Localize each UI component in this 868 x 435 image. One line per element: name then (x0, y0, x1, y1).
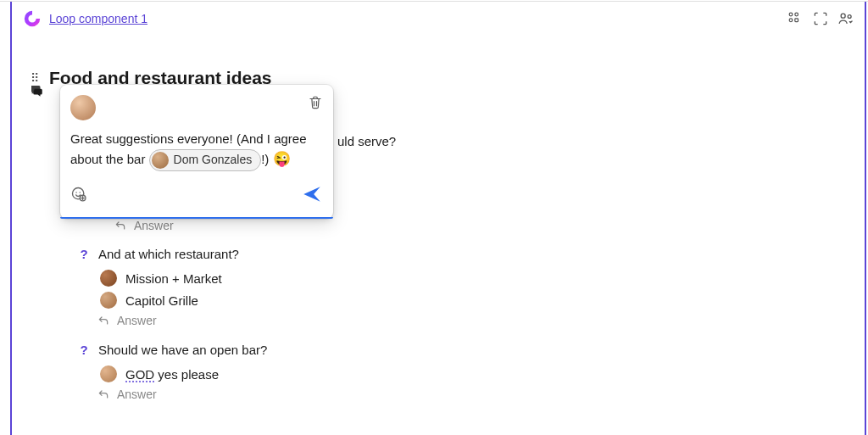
svg-rect-3 (795, 19, 798, 22)
avatar (100, 292, 117, 309)
svg-point-0 (789, 13, 793, 16)
comment-body[interactable]: Great suggestions everyone! (And I agree… (70, 129, 323, 171)
avatar (100, 365, 117, 382)
comment-thread-icon[interactable] (29, 83, 44, 98)
mention-avatar (152, 152, 169, 169)
apps-grid-icon[interactable] (787, 10, 804, 27)
svg-point-4 (841, 14, 845, 18)
svg-point-5 (848, 15, 851, 19)
question-row[interactable]: ? And at which restaurant? (80, 247, 267, 261)
qa-block-3: ? Should we have an open bar? GOD yes pl… (80, 343, 267, 401)
answer-label: Answer (117, 388, 157, 401)
loop-component-frame: Loop component 1 ⠿ (10, 2, 866, 435)
send-comment-button[interactable] (301, 183, 323, 209)
add-reaction-button[interactable] (70, 186, 87, 206)
question-mark-icon: ? (80, 247, 88, 261)
answer-row[interactable]: Capitol Grille (100, 292, 267, 309)
answer-row[interactable]: Mission + Market (100, 270, 267, 287)
share-people-icon[interactable] (837, 10, 854, 27)
comment-popover: Great suggestions everyone! (And I agree… (60, 85, 333, 219)
avatar (100, 270, 117, 287)
qa-block-2: ? And at which restaurant? Mission + Mar… (80, 247, 267, 327)
question-text: And at which restaurant? (98, 247, 239, 261)
spellcheck-word: GOD (125, 367, 154, 382)
mention-name: Dom Gonzales (174, 151, 253, 170)
expand-icon[interactable] (812, 10, 829, 27)
document-content: ⠿ Food and restaurant ideas (12, 34, 865, 88)
answer-text: Mission + Market (125, 271, 222, 286)
delete-comment-button[interactable] (308, 95, 323, 114)
answer-action-2[interactable]: Answer (97, 314, 267, 327)
mention-chip[interactable]: Dom Gonzales (149, 149, 262, 171)
answer-action-3[interactable]: Answer (97, 388, 267, 401)
answer-text: Capitol Grille (125, 293, 198, 308)
comment-anchor (29, 83, 44, 98)
question-text: Should we have an open bar? (98, 343, 267, 357)
header-actions (787, 10, 854, 27)
comment-popover-footer (70, 178, 323, 217)
comment-author-avatar[interactable] (70, 95, 96, 120)
loop-logo-icon (22, 8, 42, 29)
answer-label: Answer (117, 314, 157, 327)
answer-row[interactable]: GOD yes please (100, 365, 267, 382)
question-1-partial-text: uld serve? (337, 134, 396, 148)
popover-focus-bar (60, 217, 333, 219)
question-mark-icon: ? (80, 343, 88, 357)
svg-point-2 (789, 19, 793, 22)
loop-component-link[interactable]: Loop component 1 (49, 12, 147, 25)
svg-point-7 (75, 192, 77, 193)
loop-header: Loop component 1 (12, 2, 865, 34)
svg-point-1 (795, 13, 798, 16)
question-row[interactable]: ? Should we have an open bar? (80, 343, 267, 357)
comment-text-after: !) (261, 152, 272, 166)
comment-popover-header (70, 95, 323, 120)
answer-text: GOD yes please (125, 367, 219, 382)
reaction-emoji: 😜 (273, 151, 291, 167)
svg-point-8 (80, 192, 81, 193)
